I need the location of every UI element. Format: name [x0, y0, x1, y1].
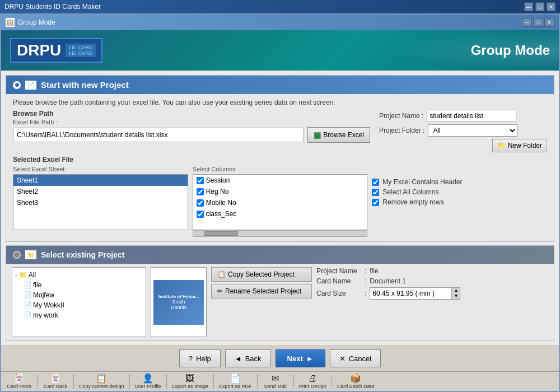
- selected-excel-label: Selected Excel File: [13, 156, 547, 164]
- minimize-btn[interactable]: —: [524, 2, 533, 11]
- next-icon: ►: [306, 354, 314, 363]
- project-folder-select[interactable]: All: [428, 124, 517, 137]
- back-icon: ◄: [235, 354, 242, 363]
- sheet-list: Sheet1 Sheet2 Sheet3: [13, 174, 188, 230]
- tb-user-profile-label: User Profile: [135, 384, 161, 390]
- options-column: My Excel Contains Header Select All Colu…: [372, 166, 547, 237]
- new-folder-btn[interactable]: 📁 New Folder: [492, 139, 547, 152]
- tb-export-image-label: Export as Image: [172, 384, 209, 390]
- file-icon-2: 📄: [24, 291, 32, 299]
- sheets-column: Select Excel Sheet Sheet1 Sheet2 Sheet3: [13, 166, 188, 237]
- col-mobile-cb[interactable]: [197, 199, 204, 207]
- all-cols-checkbox[interactable]: [372, 189, 379, 196]
- col-session-cb[interactable]: [197, 177, 204, 184]
- taskbar: 🃏 Card Front 🃏 Card Back 📋 Copy current …: [1, 371, 559, 391]
- empty-rows-checkbox[interactable]: [372, 199, 379, 206]
- window-icon: 🪟: [6, 18, 15, 27]
- existing-project-radio[interactable]: [13, 251, 21, 259]
- description-text: Please browse the path containing your e…: [13, 99, 547, 106]
- tree-label-mojfew: Mojfew: [33, 291, 54, 299]
- tree-item-file[interactable]: 📄 file: [15, 280, 143, 290]
- sheet-cols-area: Select Excel Sheet Sheet1 Sheet2 Sheet3 …: [13, 166, 547, 237]
- copy-icon: 📋: [217, 270, 226, 278]
- tb-batch-data[interactable]: 📦 Card Batch Data: [333, 373, 379, 390]
- window-maximize-btn[interactable]: □: [533, 18, 543, 27]
- help-button[interactable]: ? ? Help Help: [179, 349, 221, 367]
- preview-title: Institute of Huma...: [158, 294, 199, 299]
- batch-data-icon: 📦: [350, 373, 361, 384]
- col-classsec: class_Sec: [193, 208, 367, 220]
- window-close-btn[interactable]: ✕: [544, 18, 554, 27]
- existing-project-body: − 📁 All 📄 file 📄 Mojfew: [6, 264, 554, 340]
- project-tree[interactable]: − 📁 All 📄 file 📄 Mojfew: [12, 267, 146, 337]
- tb-card-back[interactable]: 🃏 Card Back: [39, 373, 72, 390]
- copy-design-icon: 📋: [96, 373, 107, 384]
- tb-copy-design-label: Copy current design: [79, 384, 124, 390]
- size-spinner[interactable]: ▲ ▼: [451, 287, 460, 300]
- maximize-btn[interactable]: □: [535, 2, 544, 11]
- window-minimize-btn[interactable]: —: [522, 18, 532, 27]
- card-size-input[interactable]: [370, 287, 459, 300]
- col-session: Session: [193, 175, 367, 186]
- tb-divider-2: [73, 374, 74, 389]
- next-button[interactable]: Next ►: [276, 349, 325, 367]
- col-classsec-cb[interactable]: [197, 211, 204, 218]
- tb-user-profile[interactable]: 👤 User Profile: [131, 373, 165, 390]
- export-image-icon: 🖼: [185, 374, 194, 384]
- tb-send-mail[interactable]: ✉ Send Mail: [259, 373, 292, 390]
- rename-project-btn[interactable]: ✏ Rename Selected Project: [211, 284, 312, 298]
- browse-excel-btn[interactable]: ▦ Browse Excel: [307, 127, 370, 143]
- copy-project-btn[interactable]: 📋 Copy Selected Project: [211, 267, 312, 282]
- window-chrome: 🪟 Group Mode — □ ✕ DRPU I.D. CARD I.D. C…: [0, 13, 560, 392]
- columns-scrollbar[interactable]: [193, 230, 368, 237]
- sheet-item-3[interactable]: Sheet3: [13, 197, 188, 208]
- tb-card-back-label: Card Back: [44, 384, 67, 390]
- tb-divider-8: [332, 374, 332, 389]
- tree-label-mywokkll: My WokkII: [33, 301, 64, 309]
- main-content: 📄 Start with new Project Please browse t…: [1, 71, 559, 346]
- right-panel: Project Name : Project Folder : All 📁: [379, 110, 547, 152]
- close-btn[interactable]: ✕: [547, 2, 556, 11]
- new-project-section: 📄 Start with new Project Please browse t…: [6, 75, 554, 242]
- tree-item-all[interactable]: − 📁 All: [15, 270, 143, 280]
- card-back-icon: 🃏: [50, 373, 61, 384]
- file-icon: 📄: [24, 281, 32, 289]
- tb-card-front[interactable]: 🃏 Card Front: [2, 373, 36, 390]
- option-empty-rows: Remove empty rows: [372, 198, 547, 206]
- tb-copy-design[interactable]: 📋 Copy current design: [75, 373, 128, 390]
- col-regno-cb[interactable]: [197, 188, 204, 195]
- new-project-radio[interactable]: [13, 81, 21, 89]
- title-bar: DRPU Students ID Cards Maker — □ ✕: [0, 0, 560, 13]
- file-path-input[interactable]: [13, 128, 304, 142]
- tb-export-image[interactable]: 🖼 Export as Image: [168, 373, 213, 390]
- logo-badge-text: I.D. CARD: [69, 45, 92, 50]
- logo-box: DRPU I.D. CARD I.D. CARD: [10, 38, 102, 63]
- project-name-input[interactable]: [427, 110, 516, 122]
- window-controls: — □ ✕: [522, 18, 554, 27]
- sheet-item-1[interactable]: Sheet1: [13, 175, 188, 186]
- new-project-header[interactable]: 📄 Start with new Project: [6, 76, 554, 94]
- export-pdf-icon: 📄: [230, 373, 241, 384]
- back-button[interactable]: ◄ Back: [225, 349, 271, 367]
- help-icon: ?: [189, 354, 193, 363]
- columns-label: Select Columns: [193, 166, 368, 172]
- window-title-text: Group Mode: [18, 18, 522, 26]
- tb-export-pdf-label: Export as PDF: [219, 384, 252, 390]
- radio-dot: [15, 83, 19, 87]
- app-title: DRPU Students ID Cards Maker: [4, 3, 524, 11]
- sheet-item-2[interactable]: Sheet2: [13, 186, 188, 197]
- tree-item-mywokkll[interactable]: 📄 My WokkII: [15, 300, 143, 310]
- columns-scroll-thumb[interactable]: [204, 231, 238, 236]
- tb-export-pdf[interactable]: 📄 Export as PDF: [215, 373, 256, 390]
- tree-item-mojfew[interactable]: 📄 Mojfew: [15, 290, 143, 300]
- card-size-info: Card Size : ▲ ▼: [316, 287, 459, 300]
- existing-project-header[interactable]: 📁 Select existing Project: [6, 246, 554, 264]
- tree-item-mywork[interactable]: 📄 my work: [15, 310, 143, 320]
- cname-key: Card Name: [316, 277, 361, 285]
- cancel-button[interactable]: ✕ Cancel: [330, 349, 381, 367]
- project-folder-field: Project Folder : All: [379, 124, 547, 137]
- tb-print-design[interactable]: 🖨 Print Design: [295, 373, 330, 390]
- main-body: 📄 Start with new Project Please browse t…: [1, 71, 559, 371]
- file-icon-3: 📄: [24, 301, 32, 309]
- header-checkbox[interactable]: [372, 179, 379, 186]
